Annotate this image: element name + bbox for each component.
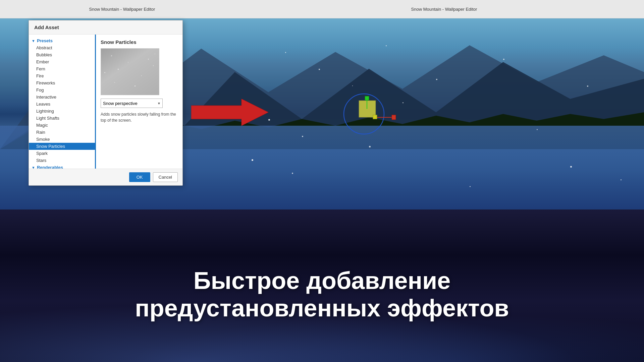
snowflake bbox=[369, 146, 371, 147]
preview-snow-dot bbox=[155, 54, 155, 54]
snowflake bbox=[470, 186, 471, 187]
tree-item-magic[interactable]: Magic bbox=[29, 122, 95, 129]
dialog-body: ▼ Presets Abstract Bubbles Ember Fern Fi… bbox=[29, 35, 182, 169]
svg-rect-9 bbox=[392, 115, 396, 120]
snowflake bbox=[252, 159, 253, 161]
renderables-chevron-icon: ▼ bbox=[32, 166, 35, 169]
tree-item-interactive[interactable]: Interactive bbox=[29, 94, 95, 101]
preset-description: Adds snow particles slowly falling from … bbox=[101, 111, 178, 123]
preset-title: Snow Particles bbox=[101, 39, 178, 45]
snowflake bbox=[386, 45, 387, 46]
snowflake bbox=[302, 136, 303, 137]
tree-item-ember[interactable]: Ember bbox=[29, 58, 95, 65]
title-text-left: Snow Mountain - Wallpaper Editor bbox=[89, 7, 155, 12]
tree-item-light-shafts[interactable]: Light Shafts bbox=[29, 115, 95, 122]
preview-snow-dot bbox=[104, 72, 105, 73]
snowflake bbox=[402, 102, 404, 103]
tree-item-abstract[interactable]: Abstract bbox=[29, 44, 95, 51]
tree-item-fire[interactable]: Fire bbox=[29, 72, 95, 79]
title-bar-left: Snow Mountain - Wallpaper Editor bbox=[0, 0, 244, 18]
snowflake bbox=[570, 166, 572, 168]
preview-thumbnail bbox=[101, 48, 159, 95]
snowflake bbox=[503, 59, 504, 60]
asset-tree-panel: ▼ Presets Abstract Bubbles Ember Fern Fi… bbox=[29, 35, 96, 169]
preview-snow-dot bbox=[118, 69, 119, 70]
preview-snow-dot bbox=[114, 82, 115, 83]
svg-rect-10 bbox=[373, 115, 377, 119]
dialog-title: Add Asset bbox=[29, 20, 182, 35]
main-text-line1: Быстрое добавление bbox=[0, 267, 644, 294]
main-text-container: Быстрое добавление предустановленных эфф… bbox=[0, 267, 644, 322]
preview-snow-dot bbox=[141, 75, 142, 76]
tree-item-fireworks[interactable]: Fireworks bbox=[29, 79, 95, 86]
svg-marker-3 bbox=[191, 99, 268, 126]
tree-item-stars[interactable]: Stars bbox=[29, 157, 95, 164]
preview-snow-dot bbox=[135, 85, 136, 86]
preview-snow-dot bbox=[148, 59, 149, 60]
preview-snow-dot bbox=[153, 65, 154, 66]
snowflake bbox=[436, 79, 437, 80]
preview-snow-dot bbox=[128, 62, 128, 63]
ok-button[interactable]: OK bbox=[129, 172, 150, 182]
preview-snow-dot bbox=[111, 55, 112, 56]
snowflake bbox=[621, 179, 622, 180]
add-asset-dialog: Add Asset ▼ Presets Abstract Bubbles Emb… bbox=[29, 20, 183, 186]
tree-item-rain[interactable]: Rain bbox=[29, 129, 95, 136]
snowflake bbox=[587, 85, 588, 87]
tree-item-leaves[interactable]: Leaves bbox=[29, 101, 95, 108]
tree-item-fern[interactable]: Fern bbox=[29, 65, 95, 72]
presets-label: Presets bbox=[37, 38, 53, 43]
tree-item-snow-particles[interactable]: Snow Particles bbox=[29, 143, 95, 150]
snowflake bbox=[292, 173, 293, 174]
renderables-section-header[interactable]: ▼ Renderables bbox=[29, 164, 95, 169]
cancel-button[interactable]: Cancel bbox=[153, 172, 178, 182]
tree-item-fog[interactable]: Fog bbox=[29, 86, 95, 94]
dialog-footer: OK Cancel bbox=[29, 169, 182, 185]
bottom-section: Быстрое добавление предустановленных эфф… bbox=[0, 209, 644, 362]
snowflake bbox=[268, 119, 270, 121]
renderables-label: Renderables bbox=[37, 165, 63, 169]
main-text-line2: предустановленных эффектов bbox=[0, 294, 644, 322]
variant-dropdown-wrapper: Snow perspective Snow normal Snow heavy … bbox=[101, 99, 163, 108]
snowflake bbox=[319, 69, 320, 70]
title-text-right: Snow Mountain - Wallpaper Editor bbox=[411, 7, 477, 12]
snowflake bbox=[537, 129, 538, 130]
variant-dropdown-row: Snow perspective Snow normal Snow heavy … bbox=[101, 99, 178, 108]
variant-dropdown[interactable]: Snow perspective Snow normal Snow heavy bbox=[101, 99, 163, 108]
transform-gizmo bbox=[335, 79, 402, 139]
tree-item-smoke[interactable]: Smoke bbox=[29, 136, 95, 143]
tree-item-lightning[interactable]: Lightning bbox=[29, 108, 95, 115]
red-arrow bbox=[191, 99, 268, 126]
presets-chevron-icon: ▼ bbox=[32, 39, 35, 43]
preview-panel: Snow Particles Snow perspective bbox=[96, 35, 182, 169]
title-bar-right: Snow Mountain - Wallpaper Editor bbox=[244, 0, 644, 18]
tree-item-spark[interactable]: Spark bbox=[29, 150, 95, 157]
svg-rect-6 bbox=[365, 96, 369, 100]
snowflake bbox=[285, 52, 286, 53]
tree-item-bubbles[interactable]: Bubbles bbox=[29, 51, 95, 58]
presets-section-header[interactable]: ▼ Presets bbox=[29, 37, 95, 44]
